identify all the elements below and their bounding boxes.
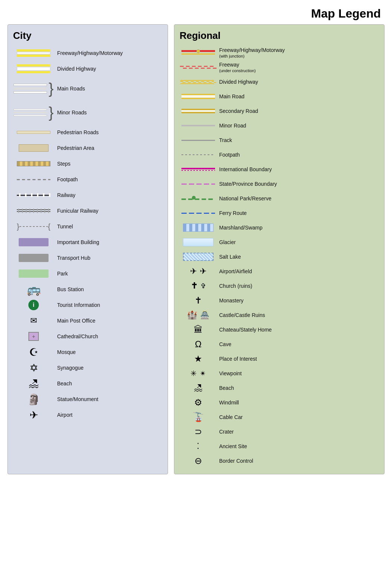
- church-reg-label: Church (ruins): [217, 283, 252, 289]
- main-road-reg-symbol: [180, 94, 217, 99]
- airplane-icon: ✈: [190, 267, 197, 276]
- place-interest-label: Place of Interest: [217, 355, 257, 362]
- crater-symbol: ⊃: [180, 426, 217, 437]
- ancient-site-symbol: ⁚: [180, 441, 217, 451]
- list-item: ✉ Main Post Office: [13, 314, 162, 328]
- viewpoint-icon-2: ✴: [200, 369, 206, 378]
- cave-label: Cave: [217, 341, 231, 348]
- funicular-symbol: [13, 209, 54, 213]
- cave-symbol: Ω: [180, 339, 217, 349]
- freeway-city-label: Freeway/Highway/Motorway: [54, 50, 123, 56]
- list-item: Secondary Road: [180, 104, 378, 118]
- transport-hub-symbol: [13, 254, 54, 262]
- viewpoint-icons: ✳ ✴: [180, 369, 217, 378]
- cathedral-label: Cathedral/Church: [54, 333, 98, 340]
- airplane-icons: ✈ ✈: [180, 267, 217, 276]
- list-item: Footpath: [180, 148, 378, 161]
- beach-reg-label: Beach: [217, 385, 234, 391]
- divided-reg-symbol: [180, 80, 217, 84]
- divided-city-symbol: [13, 64, 54, 73]
- viewpoint-icon-1: ✳: [190, 369, 197, 378]
- list-item: Main Road: [180, 90, 378, 103]
- list-item: National Park/Reserve: [180, 192, 378, 205]
- beach-reg-symbol: 🏖: [180, 383, 217, 393]
- ancient-site-label: Ancient Site: [217, 443, 247, 450]
- list-item: 🗿 Statue/Monument: [13, 392, 162, 406]
- cross-ruins-icon: ✞: [200, 282, 206, 290]
- tunnel-label: Tunnel: [54, 223, 73, 230]
- list-item: 🚡 Cable Car: [180, 410, 378, 424]
- main-road-reg-label: Main Road: [217, 93, 245, 100]
- ancient-site-icon: ⁚: [197, 441, 200, 451]
- windmill-symbol: ⚙: [180, 397, 217, 408]
- place-interest-symbol: ★: [180, 354, 217, 364]
- beach-city-symbol: 🏖: [13, 378, 54, 390]
- list-item: Transport Hub: [13, 251, 162, 265]
- list-item: ✳ ✴ Viewpoint: [180, 367, 378, 380]
- list-item: Ω Cave: [180, 338, 378, 351]
- monastery-symbol: ✝: [180, 295, 217, 306]
- list-item: ⊃ Crater: [180, 425, 378, 438]
- list-item: ⁚ Ancient Site: [180, 440, 378, 453]
- list-item: 🏛 Chateau/Stately Home: [180, 323, 378, 336]
- transport-hub-label: Transport Hub: [54, 255, 90, 261]
- list-item: 🚌 Bus Station: [13, 282, 162, 296]
- airport-reg-symbol: ✈ ✈: [180, 267, 217, 276]
- bus-icon: 🚌: [27, 283, 41, 296]
- park-label: Park: [54, 270, 68, 277]
- bus-station-symbol: 🚌: [13, 283, 54, 296]
- monastery-label: Monastery: [217, 297, 243, 304]
- list-item: ✝ ✞ Church (ruins): [180, 279, 378, 293]
- freeway-reg-label: Freeway/Highway/Motorway (with junction): [217, 47, 285, 59]
- footpath-city-label: Footpath: [54, 176, 78, 183]
- tourist-info-symbol: i: [13, 300, 54, 310]
- steps-label: Steps: [54, 160, 71, 167]
- list-item: Steps: [13, 157, 162, 171]
- ferry-route-label: Ferry Route: [217, 210, 247, 216]
- star-of-david-icon: ✡: [29, 362, 38, 374]
- list-item: 🏖 Beach: [180, 381, 378, 395]
- list-item: Salt Lake: [180, 250, 378, 264]
- pedestrian-roads-symbol: [13, 131, 54, 134]
- state-boundary-label: State/Province Boundary: [217, 181, 277, 187]
- list-item: Important Building: [13, 235, 162, 249]
- castle-icons: 🏰 🏯: [180, 310, 217, 320]
- church-reg-symbol: ✝ ✞: [180, 281, 217, 291]
- beach-city-label: Beach: [54, 380, 72, 387]
- main-post-label: Main Post Office: [54, 317, 95, 324]
- city-heading: City: [13, 30, 162, 41]
- list-item: Ferry Route: [180, 206, 378, 220]
- list-item: ✡ Synagogue: [13, 361, 162, 375]
- freeway-construction-symbol: [180, 66, 217, 69]
- mail-icon: ✉: [30, 316, 37, 326]
- synagogue-symbol: ✡: [13, 362, 54, 374]
- city-column: City Freeway/Highway/Motorway D: [7, 24, 168, 474]
- ancient-dots: ⁚: [180, 441, 217, 451]
- marshland-symbol: [180, 224, 217, 232]
- list-item: ★ Place of Interest: [180, 352, 378, 366]
- railway-symbol: [13, 193, 54, 197]
- star-icon: ★: [180, 354, 217, 364]
- cross-icons: ✝ ✞: [180, 281, 217, 291]
- natl-park-symbol: [180, 195, 217, 202]
- crescent-icon: ☪: [29, 346, 38, 358]
- list-item: State/Province Boundary: [180, 177, 378, 191]
- secondary-road-symbol: [180, 109, 217, 113]
- footpath-reg-symbol: [180, 154, 217, 155]
- freeway-construction-label: Freeway (under construction): [217, 61, 256, 73]
- cross-icon: ✝: [191, 281, 197, 291]
- monastery-icon: ✝: [180, 295, 217, 306]
- tunnel-symbol: } {: [13, 224, 54, 229]
- statue-symbol: 🗿: [13, 393, 54, 406]
- pedestrian-area-label: Pedestrian Area: [54, 145, 94, 151]
- list-item: Funicular Railway: [13, 204, 162, 218]
- list-item: ✝ Monastery: [180, 294, 378, 307]
- list-item: ✈ Airport: [13, 408, 162, 422]
- list-item: Freeway/Highway/Motorway (with junction): [180, 46, 378, 59]
- list-item: Minor Road: [180, 119, 378, 132]
- minor-road-reg-label: Minor Road: [217, 122, 246, 129]
- cathedral-symbol: +: [13, 332, 54, 341]
- crater-icon: ⊃: [180, 426, 217, 437]
- border-control-label: Border Control: [217, 458, 253, 464]
- castle-icon: 🏰: [187, 310, 197, 320]
